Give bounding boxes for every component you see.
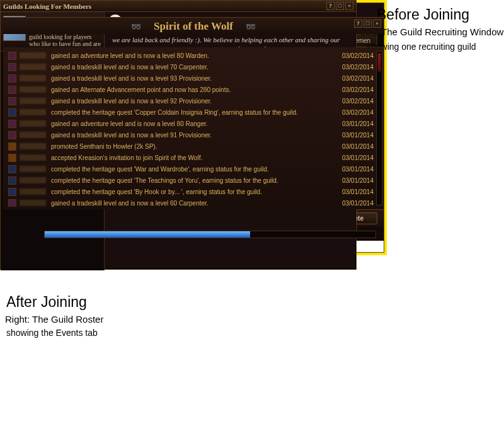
event-date: 03/01/2014 bbox=[342, 166, 379, 173]
event-row[interactable]: gained a tradeskill level and is now a l… bbox=[6, 129, 381, 141]
event-text: accepted Kreasion's invitation to join S… bbox=[51, 154, 339, 161]
event-character-name bbox=[20, 177, 46, 183]
event-text: gained a tradeskill level and is now a l… bbox=[51, 98, 339, 105]
event-row[interactable]: gained a tradeskill level and is now a l… bbox=[6, 197, 381, 207]
event-date: 03/01/2014 bbox=[342, 143, 379, 150]
event-character-name bbox=[20, 120, 46, 127]
event-row[interactable]: gained an Alternate Advancement point an… bbox=[6, 84, 381, 95]
scrollbar-thumb[interactable] bbox=[377, 53, 381, 72]
event-character-name bbox=[20, 166, 46, 172]
event-date: 03/01/2014 bbox=[342, 200, 379, 207]
event-type-icon bbox=[8, 188, 16, 196]
event-character-name bbox=[20, 143, 46, 149]
event-character-name bbox=[20, 52, 46, 59]
event-text: completed the heritage quest 'War and Wa… bbox=[51, 166, 339, 173]
event-character-name bbox=[20, 86, 46, 93]
event-type-icon bbox=[8, 86, 16, 94]
titlebar: Guilds Looking For Members ? □ × bbox=[1, 1, 356, 12]
event-type-icon bbox=[8, 142, 16, 151]
event-row[interactable]: gained a tradeskill level and is now a l… bbox=[6, 61, 381, 72]
settings-icon[interactable]: □ bbox=[364, 20, 372, 28]
level-progress bbox=[44, 231, 376, 238]
event-character-name bbox=[20, 109, 46, 115]
help-icon[interactable]: ? bbox=[326, 2, 335, 10]
event-date: 03/02/2014 bbox=[342, 109, 379, 116]
event-type-icon bbox=[8, 74, 16, 83]
event-row[interactable]: gained an adventure level and is now a l… bbox=[6, 50, 381, 61]
event-type-icon bbox=[8, 108, 16, 117]
annotation-after-small: showing the Events tab bbox=[6, 328, 98, 338]
event-type-icon bbox=[8, 199, 16, 207]
event-type-icon bbox=[8, 131, 16, 139]
event-date: 03/02/2014 bbox=[342, 75, 379, 82]
event-character-name bbox=[20, 200, 46, 206]
annotation-after-sub: Right: The Guild Roster bbox=[5, 314, 103, 325]
event-text: gained a tradeskill level and is now a l… bbox=[51, 64, 339, 71]
event-character-name bbox=[20, 75, 46, 81]
event-row[interactable]: gained a tradeskill level and is now a l… bbox=[6, 72, 381, 84]
event-row[interactable]: gained a tradeskill level and is now a l… bbox=[6, 95, 381, 107]
event-character-name bbox=[20, 154, 46, 161]
scrollbar[interactable] bbox=[376, 51, 382, 205]
event-date: 03/01/2014 bbox=[342, 132, 379, 139]
level-progress-fill bbox=[45, 231, 249, 238]
event-date: 03/01/2014 bbox=[342, 188, 379, 195]
event-date: 03/02/2014 bbox=[342, 98, 379, 105]
event-text: gained an adventure level and is now a l… bbox=[51, 52, 339, 59]
close-icon[interactable]: × bbox=[373, 20, 381, 28]
roster-title: Spirit of the Wolf ? □ × bbox=[3, 17, 384, 34]
close-icon[interactable]: × bbox=[345, 2, 353, 10]
event-date: 03/02/2014 bbox=[342, 64, 379, 71]
event-type-icon bbox=[8, 176, 16, 185]
help-icon[interactable]: ? bbox=[354, 20, 362, 28]
event-text: completed the heritage quest 'Copper Col… bbox=[51, 109, 339, 116]
event-text: gained an Alternate Advancement point an… bbox=[51, 86, 339, 93]
event-row[interactable]: completed the heritage quest 'By Hook or… bbox=[6, 186, 381, 197]
event-character-name bbox=[20, 64, 46, 70]
event-character-name bbox=[20, 98, 46, 104]
event-text: gained a tradeskill level and is now a l… bbox=[51, 132, 339, 139]
settings-icon[interactable]: □ bbox=[336, 2, 344, 10]
event-date: 03/02/2014 bbox=[342, 52, 379, 59]
event-text: gained an adventure level and is now a l… bbox=[51, 120, 339, 127]
window-title: Guilds Looking For Members bbox=[3, 3, 91, 10]
roster-title-text: Spirit of the Wolf bbox=[154, 20, 233, 32]
annotation-before-title: Before Joining bbox=[377, 6, 469, 23]
event-row[interactable]: promoted Senthani to Howler (2k SP).03/0… bbox=[6, 141, 381, 152]
event-character-name bbox=[20, 188, 46, 195]
event-text: completed the heritage quest 'The Teachi… bbox=[51, 177, 339, 184]
event-type-icon bbox=[8, 120, 16, 128]
event-row[interactable]: completed the heritage quest 'War and Wa… bbox=[6, 163, 381, 175]
event-text: promoted Senthani to Howler (2k SP). bbox=[51, 143, 339, 150]
annotation-after-title: After Joining bbox=[6, 294, 87, 311]
event-row[interactable]: completed the heritage quest 'The Teachi… bbox=[6, 175, 381, 186]
events-panel: gained an adventure level and is now a l… bbox=[3, 47, 384, 209]
event-text: gained a tradeskill level and is now a l… bbox=[51, 200, 339, 207]
event-type-icon bbox=[8, 52, 16, 60]
event-row[interactable]: completed the heritage quest 'Copper Col… bbox=[6, 107, 381, 118]
events-list: gained an adventure level and is now a l… bbox=[6, 50, 381, 207]
event-date: 03/01/2014 bbox=[342, 177, 379, 184]
event-date: 03/01/2014 bbox=[342, 120, 379, 127]
event-date: 03/02/2014 bbox=[342, 86, 379, 93]
event-date: 03/01/2014 bbox=[342, 154, 379, 161]
event-type-icon bbox=[8, 63, 16, 71]
event-type-icon bbox=[8, 97, 16, 105]
event-row[interactable]: gained an adventure level and is now a l… bbox=[6, 118, 381, 129]
event-character-name bbox=[20, 132, 46, 138]
event-type-icon bbox=[8, 154, 16, 162]
event-text: completed the heritage quest 'By Hook or… bbox=[51, 188, 339, 195]
event-type-icon bbox=[8, 165, 16, 173]
event-text: gained a tradeskill level and is now a l… bbox=[51, 75, 339, 82]
event-row[interactable]: accepted Kreasion's invitation to join S… bbox=[6, 152, 381, 163]
